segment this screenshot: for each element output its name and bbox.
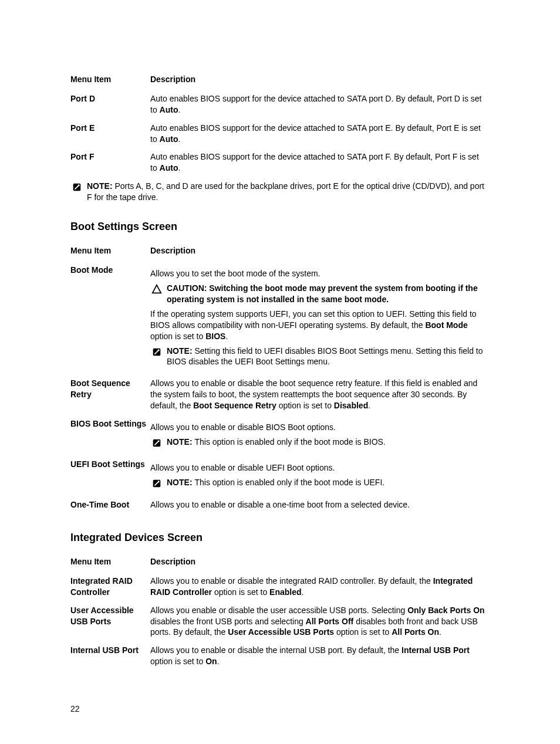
row-menu: Boot Sequence Retry: [70, 374, 150, 415]
row-menu: Internal USB Port: [70, 641, 150, 671]
table-row: Port E Auto enables BIOS support for the…: [70, 119, 490, 148]
note-body: NOTE: Setting this field to UEFI disable…: [167, 346, 486, 368]
table-row: Boot Mode Allows you to set the boot mod…: [70, 261, 490, 374]
integrated-table: Menu Item Description Integrated RAID Co…: [70, 553, 490, 671]
header-menu: Menu Item: [70, 242, 150, 261]
row-desc: Auto enables BIOS support for the device…: [150, 119, 490, 148]
uefi-boot-lead: Allows you to enable or disable UEFI Boo…: [150, 462, 486, 474]
row-desc: Allows you to enable or disable a one-ti…: [150, 496, 490, 514]
row-menu: Boot Mode: [70, 261, 150, 374]
table-row: Port F Auto enables BIOS support for the…: [70, 148, 490, 177]
table-header: Menu Item Description: [70, 70, 490, 90]
note-icon: [150, 477, 163, 489]
row-desc: Allows you to enable or disable the boot…: [150, 374, 490, 415]
note-callout: NOTE: Setting this field to UEFI disable…: [150, 346, 486, 368]
boot-table: Menu Item Description Boot Mode Allows y…: [70, 242, 490, 513]
row-desc: Allows you to enable or disable BIOS Boo…: [150, 415, 490, 455]
row-desc: Allows you to enable or disable UEFI Boo…: [150, 455, 490, 496]
integrated-devices-heading: Integrated Devices Screen: [70, 530, 490, 545]
table-row: One-Time Boot Allows you to enable or di…: [70, 496, 490, 514]
note-icon: [150, 437, 163, 448]
note-body: NOTE: This option is enabled only if the…: [167, 477, 486, 488]
table-row: Internal USB Port Allows you to enable o…: [70, 641, 490, 671]
row-desc: Allows you to enable or disable the inte…: [150, 572, 490, 601]
table-header: Menu Item Description: [70, 242, 490, 261]
row-menu: Integrated RAID Controller: [70, 572, 150, 601]
row-menu: UEFI Boot Settings: [70, 455, 150, 496]
note-icon: [70, 181, 83, 192]
row-desc: Allows you enable or disable the user ac…: [150, 601, 490, 642]
table-row: Boot Sequence Retry Allows you to enable…: [70, 374, 490, 415]
boot-mode-lead: Allows you to set the boot mode of the s…: [150, 268, 486, 279]
table-row: Integrated RAID Controller Allows you to…: [70, 572, 490, 601]
top-table: Menu Item Description Port D Auto enable…: [70, 70, 490, 177]
header-desc: Description: [150, 70, 490, 90]
row-menu: Port E: [70, 119, 150, 148]
row-menu: User Accessible USB Ports: [70, 601, 150, 642]
header-desc: Description: [150, 553, 490, 572]
header-desc: Description: [150, 242, 490, 261]
note-icon: [150, 346, 163, 357]
top-note-callout: NOTE: Ports A, B, C, and D are used for …: [70, 181, 490, 203]
table-row: UEFI Boot Settings Allows you to enable …: [70, 455, 490, 496]
table-row: BIOS Boot Settings Allows you to enable …: [70, 415, 490, 455]
caution-icon: [150, 283, 163, 295]
bios-boot-lead: Allows you to enable or disable BIOS Boo…: [150, 422, 486, 433]
row-desc: Allows you to set the boot mode of the s…: [150, 261, 490, 374]
row-menu: Port D: [70, 90, 150, 119]
boot-settings-heading: Boot Settings Screen: [70, 219, 490, 234]
note-body: NOTE: This option is enabled only if the…: [167, 437, 486, 448]
caution-body: CAUTION: Switching the boot mode may pre…: [167, 283, 486, 305]
header-menu: Menu Item: [70, 553, 150, 572]
row-desc: Allows you to enable or disable the inte…: [150, 641, 490, 671]
table-row: User Accessible USB Ports Allows you ena…: [70, 601, 490, 642]
boot-mode-paragraph: If the operating system supports UEFI, y…: [150, 309, 486, 342]
note-body: NOTE: Ports A, B, C, and D are used for …: [87, 181, 490, 203]
caution-callout: CAUTION: Switching the boot mode may pre…: [150, 283, 486, 305]
row-desc: Auto enables BIOS support for the device…: [150, 90, 490, 119]
row-desc: Auto enables BIOS support for the device…: [150, 148, 490, 177]
note-callout: NOTE: This option is enabled only if the…: [150, 437, 486, 448]
table-header: Menu Item Description: [70, 553, 490, 572]
row-menu: Port F: [70, 148, 150, 177]
header-menu: Menu Item: [70, 70, 150, 90]
page-number: 22: [70, 704, 80, 715]
row-menu: BIOS Boot Settings: [70, 415, 150, 455]
note-callout: NOTE: This option is enabled only if the…: [150, 477, 486, 489]
row-menu: One-Time Boot: [70, 496, 150, 514]
table-row: Port D Auto enables BIOS support for the…: [70, 90, 490, 119]
